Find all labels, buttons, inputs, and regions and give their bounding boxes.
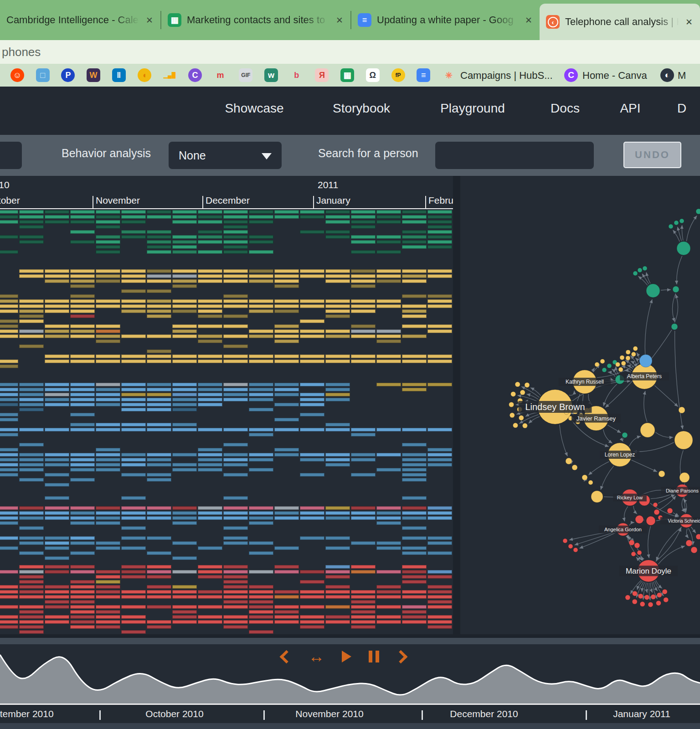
timeline-event-bar[interactable] (172, 250, 197, 254)
timeline-event-bar[interactable] (351, 605, 376, 609)
network-node[interactable] (626, 356, 630, 360)
timeline-event-bar[interactable] (300, 625, 324, 629)
timeline-event-bar[interactable] (223, 393, 248, 396)
timeline-event-bar[interactable] (0, 299, 18, 303)
timeline-event-bar[interactable] (96, 388, 120, 391)
timeline-event-bar[interactable] (325, 304, 350, 308)
timeline-event-bar[interactable] (300, 334, 324, 338)
timeline-event-bar[interactable] (198, 468, 222, 472)
timeline-event-bar[interactable] (45, 483, 69, 487)
timeline-event-bar[interactable] (70, 274, 95, 278)
timeline-event-bar[interactable] (45, 473, 69, 477)
timeline-event-bar[interactable] (121, 526, 146, 530)
timeline-event-bar[interactable] (45, 595, 69, 599)
timeline-event-bar[interactable] (121, 408, 146, 411)
timeline-event-bar[interactable] (427, 235, 452, 239)
timeline-event-bar[interactable] (402, 468, 427, 472)
timeline-event-bar[interactable] (96, 279, 120, 283)
timeline-event-bar[interactable] (300, 393, 324, 396)
network-node[interactable] (568, 544, 573, 549)
timeline-event-bar[interactable] (19, 344, 44, 348)
timeline-event-bar[interactable] (223, 453, 248, 457)
network-node[interactable] (566, 458, 572, 464)
timeline-event-bar[interactable] (172, 595, 197, 599)
timeline-event-bar[interactable] (19, 269, 44, 273)
network-node[interactable] (664, 597, 669, 602)
timeline-event-bar[interactable] (402, 590, 427, 594)
timeline-event-bar[interactable] (198, 595, 222, 599)
timeline-event-bar[interactable] (96, 506, 120, 510)
timeline-event-bar[interactable] (351, 453, 376, 457)
timeline-event-bar[interactable] (427, 383, 452, 386)
timeline-event-bar[interactable] (147, 570, 171, 574)
timeline-event-bar[interactable] (96, 590, 120, 594)
timeline-event-bar[interactable] (402, 230, 427, 234)
timeline-event-bar[interactable] (249, 220, 273, 224)
timeline-event-bar[interactable] (0, 546, 18, 550)
timeline-event-bar[interactable] (172, 354, 197, 358)
timeline-event-bar[interactable] (249, 570, 273, 574)
timeline-event-bar[interactable] (376, 304, 401, 308)
timeline-event-bar[interactable] (45, 453, 69, 457)
timeline-event-bar[interactable] (402, 605, 427, 609)
hubspot-bookmark-icon[interactable]: ✳ (442, 68, 456, 82)
timeline-event-bar[interactable] (0, 413, 18, 416)
timeline-event-bar[interactable] (96, 304, 120, 308)
timeline-event-bar[interactable] (147, 245, 171, 249)
timeline-event-bar[interactable] (19, 468, 44, 472)
network-node[interactable] (691, 547, 697, 553)
timeline-event-bar[interactable] (121, 289, 146, 293)
timeline-event-bar[interactable] (45, 299, 69, 303)
timeline-event-bar[interactable] (0, 590, 18, 594)
timeline-event-bar[interactable] (274, 605, 299, 609)
timeline-event-bar[interactable] (70, 334, 95, 338)
timeline-event-bar[interactable] (147, 314, 171, 318)
globe-bookmark-label[interactable]: M (678, 70, 686, 82)
timeline-event-bar[interactable] (96, 299, 120, 303)
timeline-event-bar[interactable] (96, 250, 120, 254)
nav-item-showcase[interactable]: Showcase (225, 101, 283, 116)
timeline-event-bar[interactable] (19, 536, 44, 540)
timeline-event-bar[interactable] (427, 625, 452, 629)
timeline-event-bar[interactable] (198, 570, 222, 574)
network-node[interactable] (654, 509, 659, 515)
timeline-event-bar[interactable] (172, 511, 197, 515)
timeline-event-bar[interactable] (274, 403, 299, 406)
timeline-event-bar[interactable] (223, 536, 248, 540)
timeline-event-bar[interactable] (274, 354, 299, 358)
timeline-event-bar[interactable] (172, 210, 197, 214)
timeline-event-bar[interactable] (0, 521, 18, 525)
timeline-event-bar[interactable] (325, 274, 350, 278)
timeline-event-bar[interactable] (402, 516, 427, 520)
canva-bookmark-icon[interactable]: C (564, 68, 578, 82)
timeline-event-bar[interactable] (96, 620, 120, 624)
timeline-event-bar[interactable] (121, 334, 146, 338)
timeline-event-bar[interactable] (147, 590, 171, 594)
timeline-event-bar[interactable] (0, 625, 18, 629)
network-node[interactable] (563, 539, 567, 543)
browser-tab[interactable]: Cambridge Intelligence - Calen✕ (0, 0, 160, 40)
timeline-event-bar[interactable] (223, 428, 248, 431)
timeline-event-bar[interactable] (325, 388, 350, 391)
timeline-event-bar[interactable] (223, 458, 248, 462)
timeline-event-bar[interactable] (121, 565, 146, 569)
timeline-event-bar[interactable] (223, 299, 248, 303)
timeline-event-bar[interactable] (376, 506, 401, 510)
timeline-event-bar[interactable] (172, 324, 197, 328)
timeline-event-bar[interactable] (274, 309, 299, 313)
network-node[interactable] (595, 362, 599, 367)
timeline-event-bar[interactable] (325, 463, 350, 467)
timeline-event-bar[interactable] (223, 250, 248, 254)
timeline-event-bar[interactable] (0, 585, 18, 589)
timeline-event-bar[interactable] (351, 615, 376, 619)
timeline-event-bar[interactable] (172, 468, 197, 472)
timeline-event-bar[interactable] (70, 220, 95, 224)
timeline-event-bar[interactable] (198, 240, 222, 244)
timeline-event-bar[interactable] (300, 506, 324, 510)
timeline-event-bar[interactable] (274, 388, 299, 391)
timeline-event-bar[interactable] (96, 580, 120, 584)
timeline-event-bar[interactable] (427, 458, 452, 462)
timeline-event-bar[interactable] (376, 546, 401, 550)
timeline-event-bar[interactable] (325, 511, 350, 515)
timeline-event-bar[interactable] (300, 210, 324, 214)
